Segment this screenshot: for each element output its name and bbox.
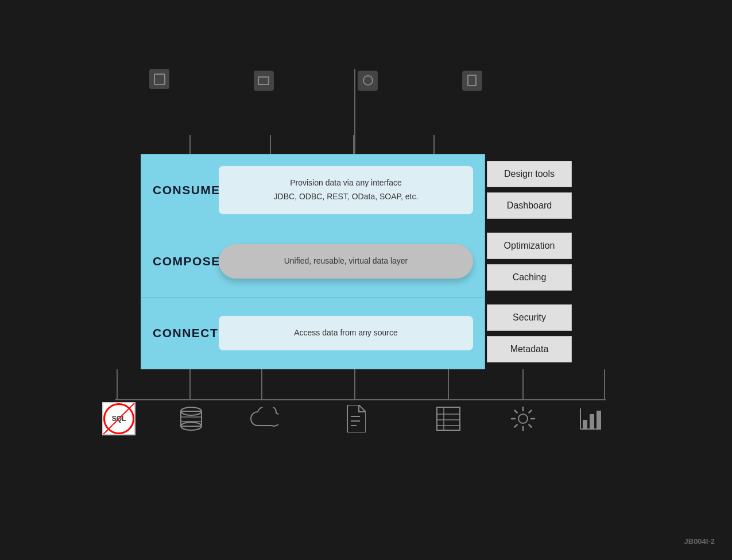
gear-icon (506, 402, 540, 435)
top-icons-row (149, 69, 482, 92)
optimization-button[interactable]: Optimization (487, 233, 572, 259)
consume-line1: Provision data via any interface (230, 176, 462, 190)
bottom-tick-6 (522, 369, 524, 399)
connect-row: CONNECT Access data from any source (141, 298, 485, 369)
watermark: JB004I-2 (684, 537, 715, 546)
caching-button[interactable]: Caching (487, 264, 572, 291)
bottom-horiz-line (115, 399, 606, 400)
connect-line1: Access data from any source (230, 326, 462, 340)
cloud-icon (247, 402, 280, 435)
compose-row: COMPOSE Unified, reusable, virtual data … (141, 226, 485, 298)
svg-rect-16 (583, 420, 587, 429)
svg-rect-8 (437, 407, 460, 430)
top-icon-3 (358, 71, 378, 91)
bottom-tick-4 (354, 369, 355, 399)
dashboard-button[interactable]: Dashboard (487, 192, 572, 219)
chart-icon (574, 402, 607, 435)
bottom-tick-5 (448, 369, 449, 399)
connect-content: Access data from any source (219, 316, 473, 350)
consume-line2: JDBC, ODBC, REST, OData, SOAP, etc. (230, 190, 462, 204)
lines-icon (432, 402, 465, 435)
bottom-tick-7 (604, 369, 605, 399)
top-icon-2 (254, 71, 274, 91)
compose-label: COMPOSE (153, 254, 219, 268)
connect-label: CONNECT (153, 326, 219, 340)
consume-content: Provision data via any interface JDBC, O… (219, 166, 473, 214)
compose-content: Unified, reusable, virtual data layer (219, 244, 473, 279)
db-icon (175, 402, 208, 435)
bottom-tick-1 (117, 369, 118, 399)
consume-right-buttons: Design tools Dashboard (487, 154, 572, 226)
bottom-tick-3 (261, 369, 262, 399)
svg-rect-1 (181, 411, 202, 426)
svg-rect-17 (590, 414, 594, 429)
sql-no-icon: SQL (102, 402, 135, 435)
bottom-tick-2 (189, 369, 191, 399)
metadata-button[interactable]: Metadata (487, 336, 572, 362)
consume-row: CONSUME Provision data via any interface… (141, 154, 485, 226)
svg-point-13 (518, 414, 528, 423)
compose-line1: Unified, reusable, virtual data layer (230, 254, 462, 268)
consume-label: CONSUME (153, 183, 219, 197)
compose-right-buttons: Optimization Caching (487, 226, 572, 298)
connect-right-buttons: Security Metadata (487, 298, 572, 369)
svg-rect-18 (597, 411, 601, 429)
top-connector-area (161, 115, 482, 155)
top-icon-1 (149, 69, 169, 92)
security-button[interactable]: Security (487, 304, 572, 331)
file-icon (339, 402, 372, 435)
design-tools-button[interactable]: Design tools (487, 161, 572, 187)
top-icon-4 (462, 71, 482, 91)
